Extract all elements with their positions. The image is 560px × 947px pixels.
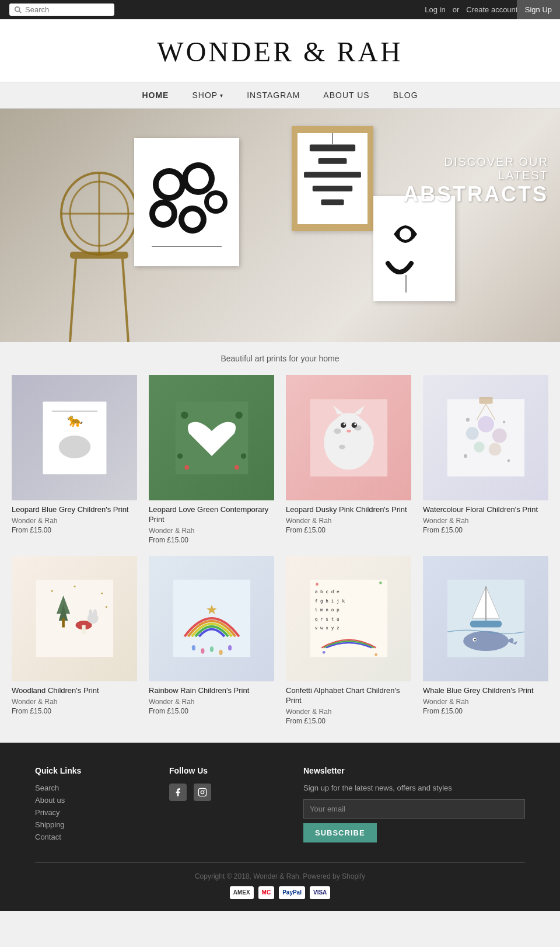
signup-button[interactable]: Sign Up — [517, 0, 560, 19]
product-card[interactable]: Leopard Dusky Pink Children's Print Wond… — [286, 375, 411, 544]
product-img-svg — [34, 577, 116, 659]
svg-rect-99 — [470, 621, 501, 628]
nav-item-instagram[interactable]: INSTAGRAM — [247, 90, 300, 100]
svg-text:l m n o p: l m n o p — [314, 608, 339, 613]
product-image — [423, 556, 548, 681]
footer-link-about[interactable]: About us — [35, 796, 146, 805]
svg-line-9 — [123, 259, 128, 342]
footer-newsletter: Newsletter Sign up for the latest news, … — [303, 766, 525, 845]
svg-point-57 — [474, 441, 485, 452]
newsletter-title: Newsletter — [303, 766, 525, 775]
product-price: From £15.00 — [286, 526, 411, 534]
product-card[interactable]: a b c d e f g h i j k l m n o p q r s t … — [286, 556, 411, 725]
product-vendor: Wonder & Rah — [423, 698, 548, 706]
footer-link-privacy[interactable]: Privacy — [35, 808, 146, 817]
product-img-svg: a b c d e f g h i j k l m n o p q r s t … — [308, 577, 390, 659]
chair-svg — [52, 167, 146, 342]
svg-rect-103 — [198, 788, 206, 796]
footer-link-contact[interactable]: Contact — [35, 833, 146, 841]
instagram-icon[interactable] — [194, 784, 211, 801]
svg-point-43 — [334, 428, 341, 433]
product-vendor: Wonder & Rah — [12, 698, 137, 706]
nav-item-home[interactable]: HOME — [142, 90, 169, 100]
nav-item-shop[interactable]: SHOP ▾ — [192, 90, 223, 100]
product-card[interactable]: Whale Blue Grey Children's Print Wonder … — [423, 556, 548, 725]
hero-banner[interactable]: DISCOVER OUR LATEST ABSTRACTS — [0, 109, 560, 342]
search-input[interactable] — [25, 5, 101, 14]
svg-point-60 — [502, 420, 505, 423]
svg-point-61 — [463, 454, 467, 458]
svg-point-34 — [181, 411, 188, 418]
subscribe-button[interactable]: SUBSCRIBE — [303, 823, 377, 842]
nav-item-about[interactable]: ABOUT US — [323, 90, 369, 100]
footer-link-search[interactable]: Search — [35, 784, 146, 792]
or-text: or — [453, 5, 460, 14]
svg-rect-23 — [304, 172, 361, 177]
email-input[interactable] — [303, 799, 525, 819]
product-price: From £15.00 — [423, 526, 548, 534]
svg-line-1 — [19, 11, 21, 13]
svg-rect-24 — [313, 186, 353, 192]
product-img-svg — [171, 397, 253, 479]
facebook-icon[interactable] — [169, 784, 187, 801]
footer-quick-links: Quick Links Search About us Privacy Ship… — [35, 766, 146, 845]
svg-point-76 — [74, 586, 75, 587]
copyright-text: Copyright © 2018, Wonder & Rah. Powered … — [35, 872, 525, 880]
product-card[interactable]: Rainbow Rain Children's Print Wonder & R… — [149, 556, 274, 725]
product-card[interactable]: 🐆 Leopard Blue Grey Children's Print Won… — [12, 375, 137, 544]
product-img-svg — [445, 397, 527, 479]
svg-rect-28 — [405, 275, 407, 293]
visa-payment-icon: VISA — [310, 886, 330, 899]
svg-rect-25 — [321, 199, 344, 205]
svg-text:🐆: 🐆 — [66, 412, 83, 427]
abstract-print-1 — [140, 144, 233, 260]
svg-point-104 — [201, 791, 204, 793]
login-link[interactable]: Log in — [425, 5, 445, 14]
product-card[interactable]: Watercolour Floral Children's Print Wond… — [423, 375, 548, 544]
svg-point-15 — [155, 206, 172, 222]
search-form[interactable] — [9, 4, 114, 16]
footer-bottom: Copyright © 2018, Wonder & Rah. Powered … — [35, 862, 525, 899]
product-image — [12, 556, 137, 681]
svg-rect-7 — [70, 252, 128, 259]
product-price: From £15.00 — [149, 707, 274, 715]
chevron-down-icon: ▾ — [220, 92, 223, 99]
svg-rect-21 — [310, 144, 355, 151]
svg-point-95 — [374, 653, 377, 656]
svg-point-82 — [209, 647, 213, 652]
product-image — [286, 375, 411, 500]
product-vendor: Wonder & Rah — [286, 517, 411, 525]
product-image — [149, 556, 274, 681]
svg-rect-66 — [36, 580, 113, 657]
svg-point-54 — [478, 416, 494, 432]
svg-point-45 — [338, 444, 345, 449]
payment-icons: AMEX MC PayPal VISA — [35, 886, 525, 899]
product-grid: 🐆 Leopard Blue Grey Children's Print Won… — [0, 375, 560, 743]
hero-text-overlay: DISCOVER OUR LATEST ABSTRACTS — [403, 155, 548, 207]
nav-item-blog[interactable]: BLOG — [393, 90, 418, 100]
hero-frame-2-inner — [298, 133, 368, 225]
svg-point-38 — [184, 465, 189, 469]
svg-point-83 — [219, 650, 222, 655]
create-account-link[interactable]: Create account — [466, 5, 517, 14]
svg-point-46 — [341, 422, 346, 427]
product-card[interactable]: Leopard Love Green Contemporary Print Wo… — [149, 375, 274, 544]
logo-area: WONDER & RAH — [0, 19, 560, 82]
svg-point-93 — [379, 582, 382, 584]
product-img-svg — [308, 397, 390, 479]
svg-point-92 — [316, 583, 318, 586]
svg-point-11 — [159, 174, 180, 195]
newsletter-text: Sign up for the latest news, offers and … — [303, 784, 525, 792]
svg-point-105 — [204, 789, 205, 790]
amex-payment-icon: AMEX — [230, 886, 254, 899]
svg-point-80 — [191, 645, 195, 650]
svg-text:a b c d e: a b c d e — [314, 590, 339, 595]
svg-point-48 — [343, 423, 345, 425]
abstract-print-2 — [298, 133, 368, 225]
svg-point-36 — [177, 453, 182, 458]
product-card[interactable]: Woodland Children's Print Wonder & Rah F… — [12, 556, 137, 725]
footer-link-shipping[interactable]: Shipping — [35, 820, 146, 829]
hero-line-2: LATEST — [403, 169, 548, 182]
svg-point-59 — [466, 417, 469, 421]
site-logo[interactable]: WONDER & RAH — [0, 36, 560, 68]
